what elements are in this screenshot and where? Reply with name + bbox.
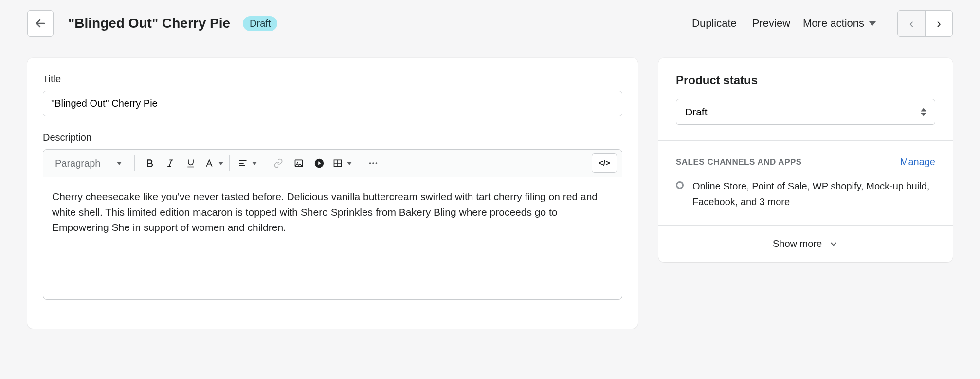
arrow-left-icon xyxy=(35,18,46,29)
channels-list-text: Online Store, Point of Sale, WP shopify,… xyxy=(692,178,935,209)
more-actions-label: More actions xyxy=(803,17,864,30)
product-details-card: Title Description Paragraph xyxy=(27,58,638,329)
image-icon xyxy=(294,158,304,168)
rich-text-editor: Paragraph xyxy=(43,149,622,300)
chevron-down-icon xyxy=(829,239,838,249)
svg-line-3 xyxy=(169,160,172,166)
caret-down-icon xyxy=(869,21,876,26)
description-label: Description xyxy=(43,132,622,143)
italic-button[interactable] xyxy=(161,154,180,172)
sales-channels-title: SALES CHANNELS AND APPS xyxy=(676,157,802,167)
show-more-label: Show more xyxy=(773,238,822,249)
page-header: "Blinged Out" Cherry Pie Draft Duplicate… xyxy=(0,0,980,46)
html-view-button[interactable]: </> xyxy=(592,153,617,173)
svg-point-17 xyxy=(373,162,375,164)
video-button[interactable] xyxy=(310,154,328,172)
title-input[interactable] xyxy=(43,91,622,116)
text-color-button[interactable] xyxy=(202,154,223,172)
underline-icon xyxy=(186,158,196,168)
product-status-select[interactable]: Draft xyxy=(676,99,935,125)
svg-point-16 xyxy=(369,162,371,164)
prev-button[interactable]: ‹ xyxy=(898,11,925,36)
paragraph-format-dropdown[interactable]: Paragraph xyxy=(48,154,128,173)
caret-down-icon xyxy=(117,162,122,165)
table-icon xyxy=(333,158,343,168)
next-button[interactable]: › xyxy=(925,11,952,36)
overflow-button[interactable] xyxy=(364,154,382,172)
link-button[interactable] xyxy=(269,154,288,172)
image-button[interactable] xyxy=(290,154,308,172)
align-button[interactable] xyxy=(236,154,257,172)
svg-point-10 xyxy=(297,162,299,163)
manage-channels-link[interactable]: Manage xyxy=(900,156,935,168)
editor-toolbar: Paragraph xyxy=(43,150,622,177)
play-circle-icon xyxy=(314,158,325,169)
format-label: Paragraph xyxy=(55,158,100,169)
svg-point-18 xyxy=(376,162,378,164)
chevron-right-icon: › xyxy=(937,17,941,30)
product-status-title: Product status xyxy=(676,74,935,87)
chevron-left-icon: ‹ xyxy=(909,17,914,30)
underline-button[interactable] xyxy=(181,154,200,172)
product-status-card: Product status Draft SALES CHANNELS AND … xyxy=(658,58,953,262)
text-color-icon xyxy=(204,158,214,168)
bold-button[interactable] xyxy=(141,154,159,172)
caret-down-icon xyxy=(252,162,257,165)
more-actions-button[interactable]: More actions xyxy=(803,17,876,30)
title-label: Title xyxy=(43,74,622,85)
caret-down-icon xyxy=(347,162,352,165)
preview-button[interactable]: Preview xyxy=(749,14,793,33)
show-more-button[interactable]: Show more xyxy=(658,226,953,262)
link-icon xyxy=(273,158,283,168)
prev-next-nav: ‹ › xyxy=(897,10,953,37)
italic-icon xyxy=(165,158,175,168)
status-badge: Draft xyxy=(243,16,277,31)
dots-horizontal-icon xyxy=(368,158,379,169)
duplicate-button[interactable]: Duplicate xyxy=(689,14,740,33)
bold-icon xyxy=(145,158,155,168)
caret-down-icon xyxy=(218,162,223,165)
back-button[interactable] xyxy=(27,10,54,37)
description-editor[interactable]: Cherry cheesecake like you've never tast… xyxy=(43,177,622,299)
table-button[interactable] xyxy=(330,154,352,172)
align-left-icon xyxy=(238,158,248,168)
status-dot-icon xyxy=(676,181,684,189)
code-icon: </> xyxy=(599,159,610,168)
page-title: "Blinged Out" Cherry Pie xyxy=(68,16,230,31)
channel-row: Online Store, Point of Sale, WP shopify,… xyxy=(676,178,935,209)
